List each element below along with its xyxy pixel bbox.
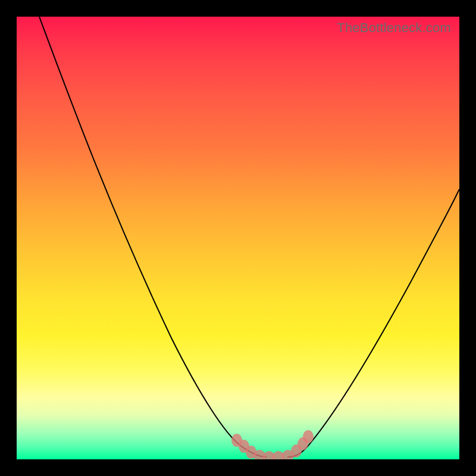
left-curve-branch — [39, 17, 267, 457]
valley-marker-group — [231, 430, 314, 459]
plot-area: TheBottleneck.com — [17, 17, 459, 459]
bottleneck-curve — [17, 17, 459, 459]
valley-marker — [303, 430, 314, 443]
right-curve-branch — [287, 189, 459, 457]
chart-frame: TheBottleneck.com — [0, 0, 476, 476]
